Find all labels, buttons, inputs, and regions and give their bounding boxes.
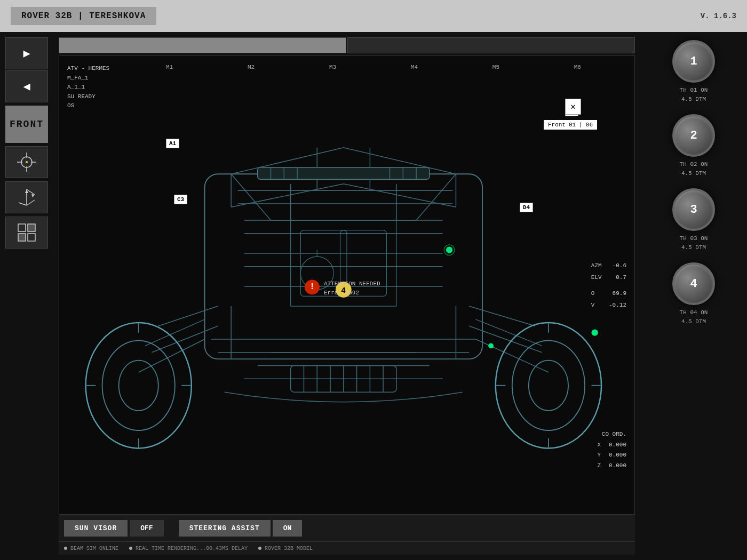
front-popup-sep: | [579,122,583,128]
svg-line-32 [231,174,271,220]
throttle-4: 4 TH 04 ON 4.5 DTM [672,262,715,326]
label-a1-tag: A1 [166,139,179,148]
error-title: ATTENTION NEEDED [324,279,380,289]
elv-value: 0.7 [616,271,626,283]
azm-value: -0.6 [613,260,626,271]
grid-button[interactable] [5,217,48,249]
throttle-dial-1[interactable]: 1 [672,40,715,83]
steering-assist-value[interactable]: ON [273,520,303,537]
th4-sublabel: 4.5 DTM [680,317,708,326]
throttle-label-2: TH 02 ON 4.5 DTM [680,160,708,178]
coord-y-label: Y [597,450,601,461]
svg-rect-15 [28,234,35,241]
grid-icon [17,223,36,242]
bottom-controls: SUN VISOR OFF STEERING ASSIST ON [59,515,635,541]
svg-rect-60 [258,167,430,179]
svg-point-92 [488,343,494,348]
front-popup-val1: 01 [569,122,576,128]
right-sidebar: 1 TH 01 ON 4.5 DTM 2 TH 02 ON 4.5 DTM 3 … [640,32,747,560]
th1-sublabel: 4.5 DTM [680,95,708,104]
center-viewport: ATV - HERMES M_FA_1 A_1_1 SU READY OS M1… [53,32,640,560]
coord-y-value: 0.000 [609,450,626,461]
title-section: ROVER 32B | TERESHKOVA [11,7,156,25]
status-dot-1 [64,547,67,550]
throttle-label-4: TH 04 ON 4.5 DTM [680,308,708,326]
move-icon [16,187,37,208]
status-text-2: REAL TIME RENDERING...00.43MS DELAY [136,546,248,551]
top-bar: ROVER 32B | TERESHKOVA V. 1.6.3 [0,0,747,32]
back-icon: ◀ [23,79,30,94]
front-popup-val2: 06 [586,122,593,128]
co-ord-panel: CO ORD. X 0.000 Y 0.000 Z 0.000 [597,429,626,471]
close-button[interactable]: ✕ [565,99,581,115]
svg-point-67 [86,323,192,448]
svg-line-8 [27,189,35,195]
th2-sublabel: 4.5 DTM [680,169,708,178]
svg-marker-11 [31,194,35,197]
status-text-3: ROVER 32B MODEL [265,546,313,551]
title-tab: ROVER 32B | TERESHKOVA [11,7,156,25]
nav-seg-2[interactable] [347,37,635,53]
throttle-label-3: TH 03 ON 4.5 DTM [680,234,708,252]
throttle-dial-4[interactable]: 4 [672,262,715,305]
milestone-bar: M1 M2 M3 M4 M5 M6 [166,64,581,70]
forward-button[interactable]: ▶ [5,37,48,69]
steering-assist-label[interactable]: STEERING ASSIST [179,520,271,537]
error-icon: ! [305,279,320,294]
back-button[interactable]: ◀ [5,70,48,102]
crosshair-button[interactable] [5,146,48,178]
version-label: V. 1.6.3 [701,12,736,20]
milestone-m2: M2 [248,64,255,70]
svg-line-7 [19,203,27,205]
throttle-1: 1 TH 01 ON 4.5 DTM [672,40,715,103]
status-bar: BEAM SIM ONLINE REAL TIME RENDERING...00… [59,541,635,555]
forward-icon: ▶ [23,46,30,61]
svg-rect-14 [18,234,26,241]
milestone-m3: M3 [329,64,336,70]
move-button[interactable] [5,181,48,213]
throttle-dial-2[interactable]: 2 [672,114,715,157]
label-d4-tag: D4 [520,203,533,212]
v-label: V [591,299,595,311]
nav-seg-1[interactable] [59,37,346,53]
o-label: O [591,287,595,299]
throttle-2: 2 TH 02 ON 4.5 DTM [672,114,715,178]
front-label: FRONT [5,106,48,143]
svg-rect-12 [18,224,26,231]
svg-point-89 [446,247,452,253]
status-text-1: BEAM SIM ONLINE [70,546,118,551]
svg-line-41 [145,319,205,346]
sun-visor-label[interactable]: SUN VISOR [64,520,128,537]
azm-label: AZM [591,260,602,271]
title-text: ROVER 32B | TERESHKOVA [21,11,146,21]
milestone-m5: M5 [492,64,499,70]
svg-line-43 [476,319,542,346]
coord-x-value: 0.000 [609,440,626,451]
svg-point-91 [591,329,598,335]
crosshair-icon [16,151,37,173]
throttle-label-1: TH 01 ON 4.5 DTM [680,86,708,103]
status-seg-2: REAL TIME RENDERING...00.43MS DELAY [129,546,248,551]
th2-label: TH 02 ON [680,160,708,169]
svg-point-68 [102,340,175,430]
status-dot-3 [258,547,261,550]
throttle-dial-3[interactable]: 3 [672,188,715,231]
front-popup-text: Front [548,122,566,128]
svg-point-74 [496,323,601,448]
sun-visor-value[interactable]: OFF [130,520,163,537]
coord-z-label: Z [597,461,601,471]
svg-line-33 [416,174,456,220]
svg-line-47 [469,306,535,326]
status-seg-1: BEAM SIM ONLINE [64,546,118,551]
th3-sublabel: 4.5 DTM [680,243,708,252]
coords-panel: AZM -0.6 ELV 0.7 O 69.9 V -0.12 [591,260,626,311]
coord-x-label: X [597,440,601,451]
svg-point-5 [26,161,28,163]
milestone-m1: M1 [166,64,173,70]
th3-label: TH 03 ON [680,234,708,243]
svg-point-75 [512,340,585,430]
coord-label: CO ORD. [597,429,626,440]
label-c3-tag: C3 [174,195,187,204]
status-dot-2 [129,547,132,550]
milestone-m4: M4 [411,64,418,70]
